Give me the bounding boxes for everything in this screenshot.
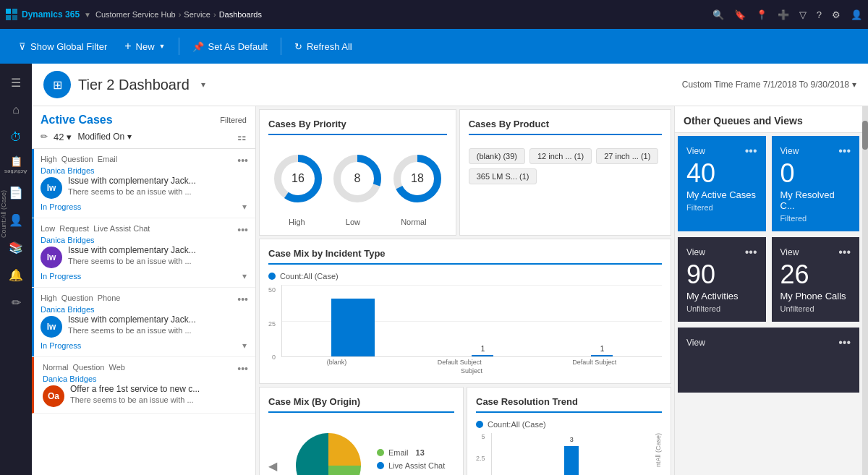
set-default-button[interactable]: 📌 Set As Default xyxy=(185,37,275,56)
bar-ds1[interactable]: 1 xyxy=(472,355,493,356)
dashboard-timeframe[interactable]: Custom Time Frame 7/1/2018 To 9/30/2018 … xyxy=(682,80,856,90)
sidebar-alerts-icon[interactable]: 🔔 xyxy=(1,262,30,288)
legend-item-livechat: Live Assist Chat xyxy=(377,461,445,470)
sidebar-activities-icon[interactable]: 📋 Activities xyxy=(1,152,30,178)
product-tag-365lm[interactable]: 365 LM S... (1) xyxy=(469,168,537,184)
case-desc: There seems to be an issue with ... xyxy=(68,257,196,265)
y-axis-labels: 50 25 0 xyxy=(268,285,278,361)
svg-rect-3 xyxy=(12,15,17,20)
dashboard-chevron-icon[interactable]: ▾ xyxy=(201,80,205,90)
add-icon[interactable]: ➕ xyxy=(778,9,789,20)
case-agent-link[interactable]: Danica Bridges xyxy=(43,375,97,383)
case-title: Issue with complementary Jack... xyxy=(68,245,196,255)
x-axis-labels: (blank) Default Subject Default Subject xyxy=(281,357,662,366)
case-more-icon[interactable]: ••• xyxy=(237,363,248,375)
queue-view-label-3[interactable]: View xyxy=(686,247,705,257)
bars-container: 40 1 xyxy=(281,285,662,357)
location-icon[interactable]: 📍 xyxy=(756,9,767,20)
legend-email-color xyxy=(377,449,384,456)
x-axis-title: Subject xyxy=(281,367,662,375)
plus-icon: + xyxy=(124,40,131,53)
case-meta: Normal Question Web xyxy=(43,363,247,372)
product-tag-blank[interactable]: (blank) (39) xyxy=(469,148,525,164)
case-agent-link[interactable]: Danica Bridges xyxy=(41,305,95,314)
case-content: Offer a free 1st service to new c... The… xyxy=(70,384,200,404)
brand-logo[interactable]: Dynamics 365 xyxy=(6,9,80,20)
case-expand-icon[interactable]: ▾ xyxy=(242,341,247,351)
pie-nav-left[interactable]: ◀ xyxy=(268,459,277,473)
queue-card-activities[interactable]: View ••• 90 My Activities Unfiltered xyxy=(678,237,766,322)
charts-panel: Cases By Priority 16 xyxy=(256,106,674,475)
queue-dots-3[interactable]: ••• xyxy=(745,246,757,259)
sidebar-home-icon[interactable]: ⌂ xyxy=(1,97,30,123)
user-icon[interactable]: 👤 xyxy=(851,9,862,20)
cases-filter-icon[interactable]: ⚏ xyxy=(237,131,247,142)
product-tag-12inch[interactable]: 12 inch ... (1) xyxy=(529,148,592,164)
case-agent-link[interactable]: Danica Bridges xyxy=(41,236,95,244)
queue-dots-5[interactable]: ••• xyxy=(838,336,851,349)
filter-icon[interactable]: ▽ xyxy=(799,9,807,20)
cases-count-chevron-icon[interactable]: ▾ xyxy=(67,132,72,142)
case-expand-icon[interactable]: ▾ xyxy=(242,271,247,281)
cases-pencil-icon[interactable]: ✏ xyxy=(41,132,48,142)
svg-text:8: 8 xyxy=(354,172,361,184)
case-more-icon[interactable]: ••• xyxy=(237,224,248,236)
queue-card-active-cases[interactable]: View ••• 40 My Active Cases Filtered xyxy=(678,136,766,231)
queue-card-phone-calls[interactable]: View ••• 26 My Phone Calls Unfiltered xyxy=(772,237,860,322)
sidebar-recent-icon[interactable]: ⏱ xyxy=(1,124,30,150)
donut-normal: 18 xyxy=(388,150,446,207)
queue-view-label-2[interactable]: View xyxy=(780,146,799,156)
case-mix-origin-title: Case Mix (By Origin) xyxy=(268,396,454,413)
bar-ds2[interactable]: 1 xyxy=(591,355,613,356)
top-nav: Dynamics 365 ▼ Customer Service Hub › Se… xyxy=(0,0,868,29)
brand-name[interactable]: Dynamics 365 xyxy=(22,9,80,20)
queues-title: Other Queues and Views xyxy=(675,106,862,133)
case-expand-icon[interactable]: ▾ xyxy=(242,202,247,212)
scroll-indicator[interactable] xyxy=(862,106,868,475)
queue-view-label-5[interactable]: View xyxy=(686,338,705,348)
bar-group-ds1: 1 xyxy=(472,355,493,356)
case-priority-bar xyxy=(32,288,34,356)
case-item[interactable]: Low Request Live Assist Chat Danica Brid… xyxy=(32,218,255,288)
bar-blank[interactable]: 40 xyxy=(331,299,375,356)
global-filter-button[interactable]: ⊽ Show Global Filter xyxy=(12,37,114,56)
charts-row-2: Case Mix (By Origin) ◀ xyxy=(256,384,674,475)
queue-card-empty[interactable]: View ••• xyxy=(678,328,859,393)
case-item[interactable]: High Question Phone Danica Bridges Iw Is… xyxy=(32,288,255,357)
incident-chart-row: Case Mix by Incident Type Count:All (Cas… xyxy=(256,236,674,384)
case-more-icon[interactable]: ••• xyxy=(237,294,248,305)
queue-dots-1[interactable]: ••• xyxy=(745,145,757,158)
cases-by-product-card: Cases By Product (blank) (39) 12 inch ..… xyxy=(459,109,671,236)
case-more-icon[interactable]: ••• xyxy=(237,155,248,166)
case-agent-link[interactable]: Danica Bridges xyxy=(41,166,95,175)
cases-sort[interactable]: Modified On ▾ xyxy=(77,132,132,142)
case-item[interactable]: High Question Email Danica Bridges Iw Is… xyxy=(32,149,255,218)
queue-card-resolved[interactable]: View ••• 0 My Resolved C... Filtered xyxy=(772,136,860,231)
case-desc: There seems to be an issue with ... xyxy=(68,326,196,335)
bar-rect-blank xyxy=(331,299,375,356)
new-button[interactable]: + New ▼ xyxy=(117,35,172,57)
queue-view-label-4[interactable]: View xyxy=(780,247,799,257)
bar-group-blank: 40 xyxy=(331,299,375,356)
bar-rect-ds2 xyxy=(591,355,613,356)
queue-sub-activities: Unfiltered xyxy=(686,304,757,313)
queue-dots-2[interactable]: ••• xyxy=(838,145,851,158)
sidebar-edit-icon[interactable]: ✏ xyxy=(1,289,30,315)
bar-group-ds2: 1 xyxy=(591,355,613,356)
case-priority-bar xyxy=(32,218,34,287)
queue-dots-4[interactable]: ••• xyxy=(838,246,851,259)
bookmark-icon[interactable]: 🔖 xyxy=(734,9,746,20)
active-cases-panel: Active Cases Filtered ✏ 42 ▾ Modified On… xyxy=(32,106,256,475)
sidebar-knowledge-icon[interactable]: 📚 xyxy=(1,234,30,260)
case-body: Iw Issue with complementary Jack... Ther… xyxy=(41,314,247,338)
sidebar-menu-icon[interactable]: ☰ xyxy=(1,69,30,95)
product-tag-27inch[interactable]: 27 inch ... (1) xyxy=(596,148,658,164)
refresh-all-button[interactable]: ↻ Refresh All xyxy=(287,37,359,56)
question-icon[interactable]: ? xyxy=(817,9,822,20)
search-icon[interactable]: 🔍 xyxy=(712,9,724,20)
settings-icon[interactable]: ⚙ xyxy=(832,9,841,20)
refresh-icon: ↻ xyxy=(294,41,302,52)
queue-card-header-4: View ••• xyxy=(780,246,851,259)
queue-view-label-1[interactable]: View xyxy=(686,146,705,156)
case-item[interactable]: Normal Question Web Danica Bridges Oa Of… xyxy=(32,357,255,414)
